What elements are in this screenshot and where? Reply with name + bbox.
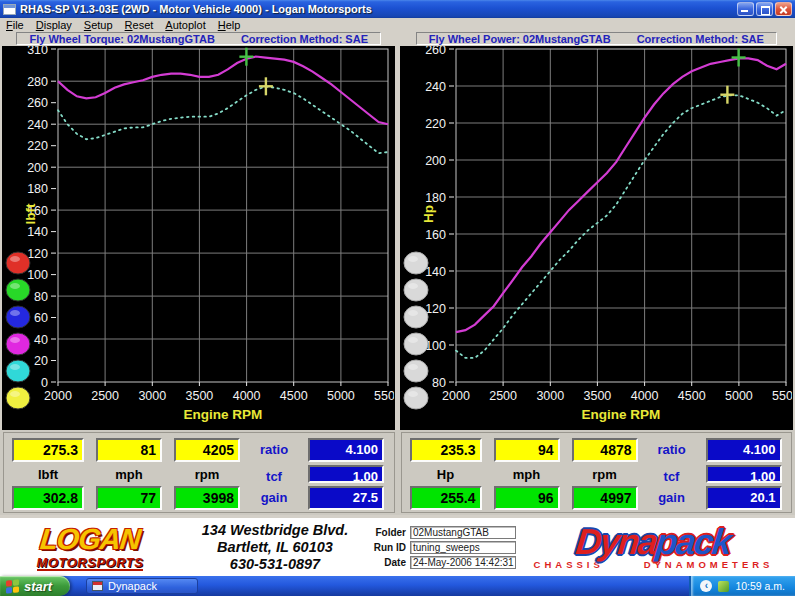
menu-item-reset[interactable]: Reset xyxy=(120,19,161,31)
power-header: Fly Wheel Power: 02MustangGTAB Correctio… xyxy=(398,31,795,46)
power-peak-rpm: 4997 xyxy=(572,486,638,510)
chart-panel-0: 3102802602402202001801601401201008060402… xyxy=(2,46,395,430)
x-tick-label: 4500 xyxy=(678,389,706,403)
chart-headers: Fly Wheel Torque: 02MustangGTAB Correcti… xyxy=(0,31,795,46)
torque-tcf-value: 1.00 xyxy=(308,465,384,483)
power-gain-label: gain xyxy=(650,486,694,510)
torque-unit-1: mph xyxy=(96,465,162,483)
power-chart-title: Fly Wheel Power: 02MustangGTAB xyxy=(429,33,611,45)
x-axis-title: Engine RPM xyxy=(184,407,263,422)
run-select-button-run-3[interactable] xyxy=(404,306,428,328)
run-select-button-yellow[interactable] xyxy=(6,387,30,409)
run-id-input[interactable]: tuning_sweeps xyxy=(410,541,516,554)
app-window: RHAS-SP V1.3-03E (2WD - Motor Vehicle 40… xyxy=(0,0,795,596)
close-button[interactable] xyxy=(775,2,792,16)
x-tick-label: 3500 xyxy=(583,389,611,403)
y-tick-label: 260 xyxy=(425,46,446,57)
menu-item-file[interactable]: File xyxy=(1,19,31,31)
restore-button[interactable] xyxy=(756,2,773,16)
x-tick-label: 4000 xyxy=(631,389,659,403)
torque-header: Fly Wheel Torque: 02MustangGTAB Correcti… xyxy=(0,31,398,46)
menu-item-help[interactable]: Help xyxy=(213,19,248,31)
date-input[interactable]: 24-May-2006 14:42:31 xyxy=(410,556,516,569)
x-tick-label: 5500 xyxy=(772,389,792,403)
torque-correction-method: Correction Method: SAE xyxy=(241,33,368,45)
x-axis-title: Engine RPM xyxy=(582,407,661,422)
folder-label: Folder xyxy=(370,527,406,538)
title-bar: RHAS-SP V1.3-03E (2WD - Motor Vehicle 40… xyxy=(0,0,795,18)
torque-chart-title: Fly Wheel Torque: 02MustangGTAB xyxy=(29,33,214,45)
x-tick-label: 5000 xyxy=(725,389,753,403)
x-tick-label: 3000 xyxy=(138,389,166,403)
torque-unit-0: lbft xyxy=(12,465,84,483)
power-gain-value: 20.1 xyxy=(706,486,782,510)
torque-tcf-label: tcf xyxy=(252,465,296,483)
x-tick-label: 5000 xyxy=(327,389,355,403)
run-id-field-row: Run IDtuning_sweeps xyxy=(370,541,516,554)
power-cursor-value-0: 235.3 xyxy=(410,438,482,462)
power-cursor-speed: 94 xyxy=(494,438,560,462)
y-tick-label: 220 xyxy=(425,117,446,131)
run-select-button-run-1[interactable] xyxy=(404,252,428,274)
y-tick-label: 20 xyxy=(34,354,48,368)
x-tick-label: 2500 xyxy=(91,389,119,403)
address-line-2: Bartlett, IL 60103 xyxy=(180,539,370,556)
start-button[interactable]: start xyxy=(0,576,70,596)
plot-frame xyxy=(58,49,388,382)
run-select-button-green[interactable] xyxy=(6,279,30,301)
footer-bar: LOGAN MOTORSPORTS 134 Westbridge Blvd. B… xyxy=(0,515,795,576)
menu-item-setup[interactable]: Setup xyxy=(79,19,120,31)
run-select-button-run-5[interactable] xyxy=(404,360,428,382)
y-tick-label: 120 xyxy=(27,247,48,261)
y-axis-title: lbft xyxy=(23,203,38,224)
x-tick-label: 3000 xyxy=(536,389,564,403)
x-tick-label: 4000 xyxy=(233,389,261,403)
power-tcf-label: tcf xyxy=(650,465,694,483)
folder-input[interactable]: 02MustangGTAB xyxy=(410,526,516,539)
logan-logo-text: LOGAN xyxy=(0,525,182,554)
windows-flag-icon xyxy=(6,579,19,593)
torque-ratio-value: 4.100 xyxy=(308,438,384,462)
torque-peak-value-0: 302.8 xyxy=(12,486,84,510)
power-magenta-run-line xyxy=(456,58,786,332)
y-tick-label: 200 xyxy=(27,161,48,175)
y-tick-label: 160 xyxy=(425,228,446,242)
run-select-button-run-6[interactable] xyxy=(404,387,428,409)
menu-item-autoplot[interactable]: Autoplot xyxy=(160,19,212,31)
run-select-button-red[interactable] xyxy=(6,252,30,274)
power-peak-speed: 96 xyxy=(494,486,560,510)
power-correction-method: Correction Method: SAE xyxy=(637,33,764,45)
y-tick-label: 120 xyxy=(425,302,446,316)
address-line-3: 630-531-0897 xyxy=(180,556,370,573)
dynapack-logo: Dynapack CHASSIS DYNAMOMETERS xyxy=(520,525,795,570)
torque-chart: 3102802602402202001801601401201008060402… xyxy=(2,46,394,430)
run-select-button-magenta[interactable] xyxy=(6,333,30,355)
run-select-button-run-4[interactable] xyxy=(404,333,428,355)
address-line-1: 134 Westbridge Blvd. xyxy=(180,522,370,539)
taskbar-task-dynapack[interactable]: Dynapack xyxy=(86,578,198,594)
torque-unit-2: rpm xyxy=(174,465,240,483)
charts-area: 3102802602402202001801601401201008060402… xyxy=(0,46,795,430)
date-field-row: Date24-May-2006 14:42:31 xyxy=(370,556,516,569)
power-cursor-rpm: 4878 xyxy=(572,438,638,462)
y-tick-label: 240 xyxy=(425,80,446,94)
tray-status-icon[interactable] xyxy=(718,581,729,592)
y-tick-label: 180 xyxy=(27,182,48,196)
start-button-label: start xyxy=(24,579,52,594)
run-select-button-cyan[interactable] xyxy=(6,360,30,382)
torque-peak-speed: 77 xyxy=(96,486,162,510)
y-tick-label: 80 xyxy=(432,376,446,390)
minimize-button[interactable] xyxy=(737,2,754,16)
torque-cursor-rpm: 4205 xyxy=(174,438,240,462)
safely-remove-icon[interactable] xyxy=(700,580,712,592)
run-select-button-run-2[interactable] xyxy=(404,279,428,301)
torque-magenta-run-line xyxy=(58,57,388,125)
power-cyan-run-line xyxy=(456,95,786,358)
menu-item-display[interactable]: Display xyxy=(31,19,79,31)
y-tick-label: 280 xyxy=(27,75,48,89)
run-select-button-blue[interactable] xyxy=(6,306,30,328)
date-label: Date xyxy=(370,557,406,568)
taskbar: start Dynapack 10:59 a.m. xyxy=(0,576,795,596)
y-tick-label: 310 xyxy=(27,46,48,57)
app-icon xyxy=(3,4,16,15)
